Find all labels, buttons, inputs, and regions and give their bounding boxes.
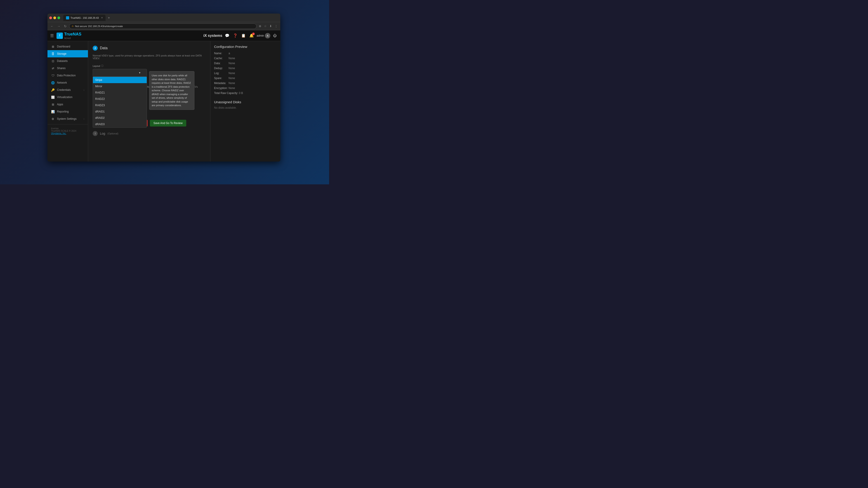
- sidebar-item-apps[interactable]: ⊞ Apps: [48, 101, 88, 108]
- logo-area: T TrueNAS SCALE: [57, 32, 81, 39]
- sidebar-item-credentials[interactable]: 🔑 Credentials ›: [48, 86, 88, 94]
- layout-option-raidz3[interactable]: RAIDZ3: [93, 102, 147, 108]
- config-total-raw-row: Total Raw Capacity: 0 B: [214, 92, 277, 95]
- sidebar-item-shares[interactable]: ⇄ Shares: [48, 65, 88, 72]
- storage-icon: 🗄: [51, 52, 55, 56]
- more-options-icon[interactable]: ⋮: [274, 24, 278, 29]
- logo-sub: SCALE: [64, 37, 81, 39]
- config-total-raw-label: Total Raw Capacity:: [214, 92, 238, 95]
- config-metadata-label: Metadata:: [214, 82, 228, 85]
- sidebar-item-data-protection[interactable]: 🛡 Data Protection: [48, 72, 88, 79]
- layout-option-raidz1[interactable]: RAIDZ1: [93, 90, 147, 96]
- step2-header: 2 Data: [93, 46, 206, 51]
- sidebar-item-virtualization[interactable]: ⬜ Virtualization: [48, 94, 88, 101]
- power-button[interactable]: ⏻: [272, 33, 278, 39]
- step2-description: Normal VDEV type, used for primary stora…: [93, 54, 206, 60]
- layout-option-raidz2[interactable]: RAIDZ2: [93, 96, 147, 102]
- credentials-arrow-icon: ›: [84, 89, 84, 91]
- layout-label: Layout ⓘ: [93, 64, 206, 68]
- layout-option-draid3[interactable]: dRAID3: [93, 121, 147, 127]
- user-menu-button[interactable]: admin A: [256, 33, 270, 38]
- help-button[interactable]: ❓: [232, 33, 239, 39]
- footer-link: iXsystems, Inc.: [51, 132, 84, 135]
- config-log-val: None: [228, 72, 235, 75]
- layout-option-draid1[interactable]: dRAID1: [93, 108, 147, 115]
- config-dedup-val: None: [228, 67, 235, 70]
- window-minimize-button[interactable]: [53, 17, 56, 19]
- layout-dropdown[interactable]: ▾ Stripe Mirror RAIDZ1 RAIDZ2 RAIDZ3 dRA…: [93, 69, 147, 76]
- config-total-raw-val: 0 B: [239, 92, 243, 95]
- address-bar[interactable]: ⚠ Not secure 192.168.29.43/ui/storage/cr…: [69, 24, 256, 29]
- data-protection-icon: 🛡: [51, 74, 55, 77]
- sidebar-item-dashboard[interactable]: ⊞ Dashboard: [48, 43, 88, 50]
- no-disks-message: No disks available.: [214, 106, 277, 109]
- config-log-row: Log: None: [214, 72, 277, 75]
- logo-icon: T: [57, 33, 63, 39]
- step3-header: 3 Log (Optional): [93, 131, 206, 136]
- extensions-icon[interactable]: ⊕: [258, 24, 262, 29]
- config-preview-title: Configuration Preview: [214, 45, 277, 48]
- clipboard-button[interactable]: 📋: [240, 33, 247, 39]
- sidebar-item-network[interactable]: 🌐 Network: [48, 79, 88, 86]
- reporting-icon: 📊: [51, 110, 55, 113]
- layout-option-mirror[interactable]: Mirror: [93, 83, 147, 90]
- config-dedup-label: Dedup:: [214, 67, 228, 70]
- tab-bar: TrueNAS - 192.168.29.43 ✕ +: [63, 15, 278, 21]
- window-close-button[interactable]: [49, 17, 52, 19]
- layout-field-area: ▾ Stripe Mirror RAIDZ1 RAIDZ2 RAIDZ3 dRA…: [93, 69, 206, 76]
- refresh-button[interactable]: ↻: [63, 24, 68, 29]
- save-and-review-button[interactable]: Save And Go To Review: [150, 120, 186, 127]
- download-icon[interactable]: ⬇: [269, 24, 273, 29]
- tab-close-icon[interactable]: ✕: [101, 17, 103, 19]
- main-layout: ⊞ Dashboard 🗄 Storage ⊡ Datasets ⇄ Share…: [48, 41, 280, 162]
- step2-title: Data: [100, 46, 107, 50]
- sidebar-label-storage: Storage: [57, 52, 84, 55]
- layout-option-draid2[interactable]: dRAID2: [93, 115, 147, 121]
- user-name: admin: [256, 34, 264, 37]
- config-metadata-row: Metadata: None: [214, 82, 277, 85]
- config-name-row: Name: a: [214, 52, 277, 55]
- sidebar-item-system-settings[interactable]: ⚙ System Settings ›: [48, 115, 88, 123]
- bookmark-icon[interactable]: ☆: [263, 24, 268, 29]
- step3-badge: 3: [93, 131, 98, 136]
- app-content: ☰ T TrueNAS SCALE iX systems 💬 ❓ 📋 🔔 1 a…: [48, 30, 280, 162]
- shares-icon: ⇄: [51, 66, 55, 70]
- layout-option-stripe[interactable]: Stripe: [93, 77, 147, 83]
- top-nav-right: iX systems 💬 ❓ 📋 🔔 1 admin A ⏻: [204, 33, 278, 39]
- hamburger-icon[interactable]: ☰: [50, 33, 54, 38]
- sidebar-label-reporting: Reporting: [57, 110, 84, 113]
- unassigned-disks-section: Unassigned Disks No disks available.: [214, 100, 277, 109]
- layout-info-icon[interactable]: ⓘ: [101, 64, 103, 68]
- sidebar-footer: truenas TrueNAS SCALE ® 2024 iXsystems, …: [48, 124, 88, 137]
- sidebar-item-reporting[interactable]: 📊 Reporting: [48, 108, 88, 115]
- tab-favicon: [66, 16, 69, 20]
- feedback-button[interactable]: 💬: [224, 33, 230, 39]
- sidebar-item-datasets[interactable]: ⊡ Datasets: [48, 57, 88, 65]
- config-spare-row: Spare: None: [214, 76, 277, 80]
- browser-titlebar: TrueNAS - 192.168.29.43 ✕ +: [48, 13, 280, 22]
- active-tab[interactable]: TrueNAS - 192.168.29.43 ✕: [63, 15, 105, 21]
- config-spare-val: None: [228, 76, 235, 80]
- config-cache-row: Cache: None: [214, 57, 277, 60]
- user-avatar: A: [265, 33, 270, 38]
- config-encryption-row: Encryption: None: [214, 87, 277, 90]
- sidebar-label-virtualization: Virtualization: [57, 96, 84, 99]
- logo-text: TrueNAS: [64, 32, 81, 37]
- back-nav-button[interactable]: ←: [49, 24, 55, 29]
- url-text: Not secure 192.168.29.43/ui/storage/crea…: [75, 25, 123, 28]
- forward-nav-button[interactable]: →: [56, 24, 61, 29]
- sidebar-label-system-settings: System Settings: [57, 117, 81, 121]
- ix-brand: iX systems: [204, 34, 222, 38]
- notification-button[interactable]: 🔔 1: [248, 33, 255, 39]
- layout-dropdown-trigger[interactable]: ▾: [93, 69, 147, 76]
- layout-tooltip: Uses one disk for parity while all other…: [149, 71, 194, 110]
- dashboard-icon: ⊞: [51, 45, 55, 48]
- system-settings-icon: ⚙: [51, 117, 55, 121]
- virtualization-icon: ⬜: [51, 95, 55, 99]
- sidebar-item-storage[interactable]: 🗄 Storage: [48, 50, 88, 57]
- config-spare-label: Spare:: [214, 76, 228, 80]
- config-log-label: Log:: [214, 72, 228, 75]
- new-tab-button[interactable]: +: [106, 16, 111, 20]
- window-maximize-button[interactable]: [57, 17, 60, 19]
- step3-title: Log: [100, 132, 105, 135]
